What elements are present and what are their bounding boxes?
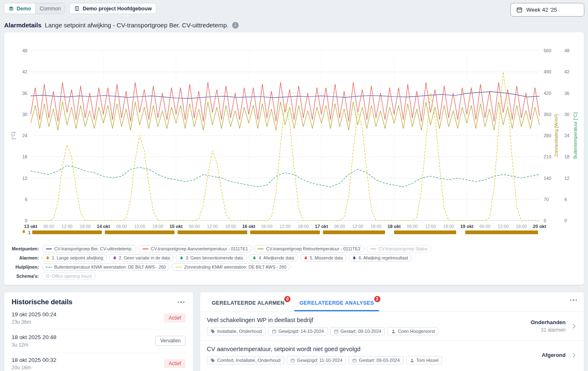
legend-chip[interactable]: 2. Geen variatie in de data bbox=[109, 254, 174, 262]
tag-chip-label: Coen Hoogervorst bbox=[398, 329, 435, 334]
history-duration: 3u 12m bbox=[12, 342, 56, 348]
legend-chip[interactable]: CV-transportgroep Retourtemperatuur - 01… bbox=[254, 245, 364, 252]
legend-chip[interactable]: 3. Geen binnenkomende data bbox=[176, 254, 247, 262]
history-menu-button[interactable] bbox=[177, 298, 186, 307]
legend-chip-label: Zonnestraling KNMI weerstation: DE BILT … bbox=[184, 264, 286, 269]
analysis-title[interactable]: Veel schakelingen WP in deellast bedrijf bbox=[207, 317, 523, 323]
svg-text:12:00: 12:00 bbox=[498, 224, 508, 229]
alarm-strip-segment[interactable] bbox=[323, 230, 385, 234]
svg-text:12: 12 bbox=[564, 176, 569, 181]
calendar-icon bbox=[352, 358, 357, 363]
legend-chip-group: Buitentemperatuur KNMI weerstation: DE B… bbox=[42, 263, 290, 271]
legend-chip[interactable]: 4. Afwijkende data bbox=[249, 254, 298, 262]
analysis-list-item[interactable]: CV aanvoertemperatuur, setpoint wordt ni… bbox=[200, 340, 584, 369]
svg-text:06:00: 06:00 bbox=[116, 224, 127, 229]
related-menu-button[interactable] bbox=[569, 296, 578, 305]
svg-text:18:00: 18:00 bbox=[152, 224, 163, 229]
legend-chip[interactable]: CV-transportgroep Aanvoertemperatuur - 0… bbox=[138, 245, 252, 252]
page-title: Alarmdetails bbox=[4, 22, 41, 29]
svg-text:140: 140 bbox=[544, 176, 551, 181]
alarm-strip-segment[interactable] bbox=[178, 230, 247, 234]
tab-label: GERELATEERDE ALARMEN bbox=[212, 300, 284, 306]
svg-text:350: 350 bbox=[544, 112, 551, 117]
legend-chip-label: 1. Lange setpoint afwijking bbox=[52, 255, 103, 260]
analysis-tags: Installatie, OnderhoudGewijzigd: 14-10-2… bbox=[207, 327, 523, 335]
legend-chip-label: CV-transportgroep Status bbox=[379, 246, 428, 251]
alarm-strip-segment[interactable] bbox=[32, 230, 102, 234]
legend-chip-label: CV-transportgroep Ber. CV-uittredetemp. bbox=[54, 246, 133, 251]
tag-chip-label: Comfort, Installatie, Onderhoud bbox=[217, 358, 281, 363]
legend-chip[interactable]: Office opening hours bbox=[42, 272, 96, 280]
legend-row: Alarmen:1. Lange setpoint afwijking2. Ge… bbox=[7, 254, 584, 262]
environment-badge-secondary[interactable]: Common bbox=[35, 3, 65, 14]
svg-text:18:00: 18:00 bbox=[516, 224, 527, 229]
legend-chip[interactable]: CV-transportgroep Ber. CV-uittredetemp. bbox=[42, 245, 136, 252]
legend-chip[interactable]: 6. Afwijking regelresultaat bbox=[348, 254, 411, 262]
legend-chip[interactable]: 5. Missende data bbox=[300, 254, 347, 262]
status-badge: Actief bbox=[164, 313, 186, 323]
svg-text:0: 0 bbox=[25, 218, 27, 223]
alarm-strip-segment[interactable] bbox=[465, 230, 538, 234]
analysis-title[interactable]: CV aanvoertemperatuur, setpoint wordt ni… bbox=[207, 346, 534, 352]
tag-chip: Installatie, Onderhoud bbox=[207, 327, 266, 335]
svg-text:70: 70 bbox=[544, 197, 549, 202]
legend-chip[interactable]: Zonnestraling KNMI weerstation: DE BILT … bbox=[172, 263, 290, 271]
environment-badge[interactable]: Demo Common bbox=[4, 3, 65, 14]
chevron-right-icon[interactable] bbox=[571, 323, 577, 330]
analysis-item-status: Onderhanden31 alarmen bbox=[530, 319, 566, 333]
svg-text:06:00: 06:00 bbox=[334, 224, 345, 229]
legend-chip[interactable]: 1. Lange setpoint afwijking bbox=[42, 254, 107, 262]
series-line-2 bbox=[31, 82, 540, 121]
history-item-info: 19 okt 2025 00:2423u 36m bbox=[12, 311, 56, 325]
related-tabs-row: GERELATEERDE ALARMEN0GERELATEERDE ANALYS… bbox=[200, 292, 584, 311]
week-selector[interactable]: Week 42 '25 bbox=[511, 3, 584, 17]
series-line-glyph bbox=[46, 247, 52, 250]
user-icon bbox=[391, 329, 396, 334]
analysis-list-item[interactable]: Veel schakelingen WP in deellast bedrijf… bbox=[200, 311, 584, 340]
tag-chip-label: Gestart: 09-10-2024 bbox=[341, 329, 381, 334]
series-line-glyph bbox=[46, 266, 52, 269]
alarm-strip-segment[interactable] bbox=[250, 230, 320, 234]
analysis-tags: Comfort, Installatie, OnderhoudGewijzigd… bbox=[207, 356, 534, 364]
svg-text:06:00: 06:00 bbox=[44, 224, 54, 229]
history-list: 19 okt 2025 00:2423u 36mActief18 okt 202… bbox=[12, 307, 186, 371]
alarm-strip-segment[interactable] bbox=[105, 230, 174, 234]
history-item: 18 okt 2025 00:3220u 16mActief bbox=[12, 352, 186, 371]
environment-label: Demo bbox=[17, 6, 31, 12]
tag-chip: Gewijzigd: 14-10-2024 bbox=[268, 327, 328, 335]
legend-chip[interactable]: CV-transportgroep Status bbox=[366, 245, 431, 252]
svg-text:18:00: 18:00 bbox=[80, 224, 90, 229]
tab-related-alarms[interactable]: GERELATEERDE ALARMEN0 bbox=[207, 296, 289, 311]
calendar-icon bbox=[334, 329, 339, 334]
svg-text:210: 210 bbox=[544, 154, 551, 159]
history-panel: Historische details 19 okt 2025 00:2423u… bbox=[4, 292, 193, 371]
svg-text:18 okt: 18 okt bbox=[387, 224, 401, 229]
tab-count-badge: 3 bbox=[374, 296, 380, 302]
svg-text:Zonnestraling [W/m²]: Zonnestraling [W/m²] bbox=[554, 114, 559, 157]
analysis-item-main: CV aanvoertemperatuur, setpoint wordt ni… bbox=[207, 346, 534, 364]
history-panel-title: Historische details bbox=[12, 298, 73, 306]
legend-chip[interactable]: Buitentemperatuur KNMI weerstation: DE B… bbox=[42, 263, 169, 271]
legend-row-label: Schema's: bbox=[7, 272, 39, 280]
svg-text:6: 6 bbox=[564, 197, 567, 202]
environment-badge-primary[interactable]: Demo bbox=[4, 3, 35, 14]
tag-chip-label: Tom Hissel bbox=[416, 358, 439, 363]
history-item: 19 okt 2025 00:2423u 36mActief bbox=[12, 307, 186, 330]
legend-chip-label: 3. Geen binnenkomende data bbox=[186, 255, 243, 260]
svg-text:12:00: 12:00 bbox=[207, 224, 218, 229]
legend-row: Meetpunten:CV-transportgroep Ber. CV-uit… bbox=[7, 245, 584, 253]
info-icon[interactable] bbox=[232, 22, 239, 29]
svg-text:12:00: 12:00 bbox=[280, 224, 290, 229]
analysis-item-main: Veel schakelingen WP in deellast bedrijf… bbox=[207, 317, 523, 335]
legend-chip-label: CV-transportgroep Aanvoertemperatuur - 0… bbox=[151, 246, 248, 251]
svg-text:0: 0 bbox=[544, 218, 546, 223]
timeseries-chart[interactable]: 0006706121401218210182428024303503036420… bbox=[4, 35, 581, 243]
svg-text:48: 48 bbox=[22, 48, 27, 53]
history-date: 18 okt 2025 00:32 bbox=[12, 357, 56, 363]
project-badge[interactable]: Demo project Hoofdgebouw bbox=[69, 3, 157, 14]
tab-related-analyses[interactable]: GERELATEERDE ANALYSES3 bbox=[294, 296, 379, 311]
legend-row-label: Alarmen: bbox=[7, 254, 39, 262]
tag-chip: Gestart: 09-03-2024 bbox=[348, 356, 403, 364]
chevron-right-icon[interactable] bbox=[571, 352, 577, 359]
alarm-strip-segment[interactable] bbox=[394, 230, 456, 234]
